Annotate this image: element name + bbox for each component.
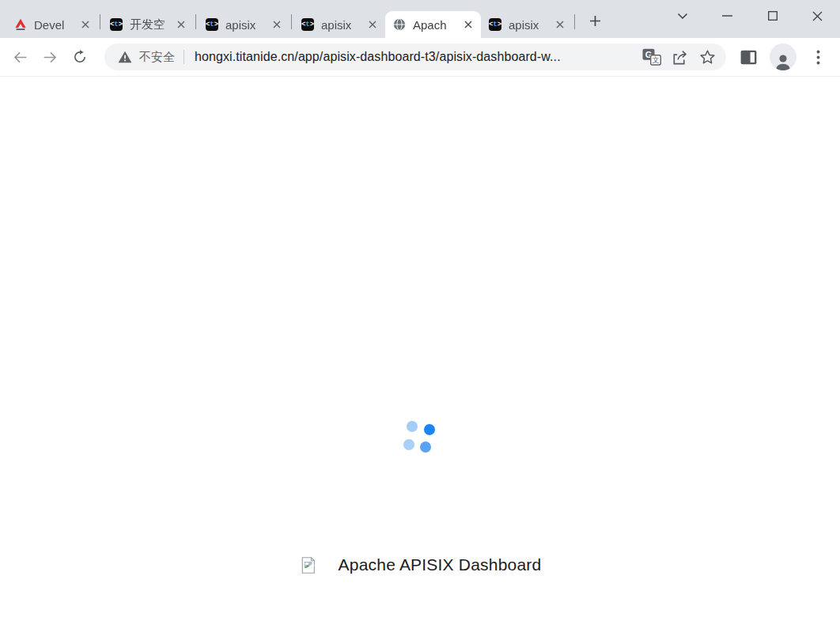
tab-apisix-1[interactable]: <t> apisix (198, 11, 289, 38)
footer-brand: Apache APISIX Dashboard (0, 555, 840, 574)
tab-divider (291, 14, 292, 29)
tab-close-icon[interactable] (173, 17, 189, 32)
tab-close-icon[interactable] (78, 17, 93, 32)
back-button[interactable] (7, 44, 32, 70)
url-text[interactable]: hongxi.titanide.cn/app/apisix-dashboard-… (195, 50, 635, 64)
tab-label: apisix (321, 18, 365, 32)
tab-label: apisix (509, 18, 552, 32)
spinner-dot (407, 421, 418, 432)
browser-menu-icon[interactable] (806, 45, 830, 69)
tab-search-button[interactable] (660, 0, 705, 32)
forward-button[interactable] (37, 44, 62, 70)
tab-devspace[interactable]: <t> 开发空 (102, 11, 194, 38)
spinner-dot (424, 424, 435, 435)
maximize-button[interactable] (750, 0, 795, 32)
tab-label: Apach (413, 18, 460, 32)
tab-apache-apisix-active[interactable]: Apach (385, 11, 481, 38)
apisix-logo-icon (14, 18, 27, 31)
page-title: Apache APISIX Dashboard (339, 555, 542, 574)
titanide-code-icon: <t> (206, 18, 218, 31)
tab-apisix-2[interactable]: <t> apisix (293, 11, 385, 38)
omnibox-separator (184, 50, 184, 64)
side-panel-icon[interactable] (736, 45, 760, 69)
tab-divider (195, 14, 196, 29)
tab-strip: Devel <t> 开发空 <t> apisix (0, 0, 840, 38)
profile-avatar[interactable] (770, 44, 796, 70)
tab-close-icon[interactable] (269, 17, 285, 32)
spinner-dot (420, 441, 431, 453)
minimize-button[interactable] (705, 0, 750, 32)
tab-close-icon[interactable] (552, 17, 568, 32)
loading-spinner (402, 420, 437, 455)
titanide-code-icon: <t> (489, 18, 501, 31)
reload-button[interactable] (67, 44, 93, 70)
tab-divider (100, 14, 100, 29)
globe-icon (393, 18, 406, 31)
tab-apisix-3[interactable]: <t> apisix (481, 11, 573, 38)
share-icon[interactable] (668, 46, 691, 68)
tab-label: 开发空 (130, 17, 173, 32)
titanide-code-icon: <t> (110, 18, 123, 31)
spinner-dot (403, 439, 414, 450)
svg-text:文: 文 (653, 56, 660, 64)
tab-devel[interactable]: Devel (6, 11, 98, 38)
translate-icon[interactable]: G 文 (641, 46, 663, 68)
tab-close-icon[interactable] (365, 17, 380, 32)
page-content: Apache APISIX Dashboard (0, 77, 840, 644)
close-window-button[interactable] (795, 0, 840, 32)
titanide-code-icon: <t> (301, 18, 314, 31)
tab-divider (574, 14, 575, 29)
tabs-container: Devel <t> 开发空 <t> apisix (0, 0, 607, 38)
tab-label: apisix (225, 18, 269, 32)
tab-close-icon[interactable] (460, 17, 476, 32)
tab-label: Devel (34, 18, 78, 32)
broken-image-icon (299, 556, 317, 574)
not-secure-warning-icon (118, 51, 132, 63)
browser-window: Devel <t> 开发空 <t> apisix (0, 0, 840, 644)
new-tab-button[interactable] (583, 9, 607, 32)
browser-toolbar: 不安全 hongxi.titanide.cn/app/apisix-dashbo… (0, 38, 840, 77)
bookmark-star-icon[interactable] (696, 46, 718, 68)
window-controls (660, 0, 840, 32)
address-bar[interactable]: 不安全 hongxi.titanide.cn/app/apisix-dashbo… (104, 44, 726, 70)
security-label: 不安全 (139, 50, 175, 65)
